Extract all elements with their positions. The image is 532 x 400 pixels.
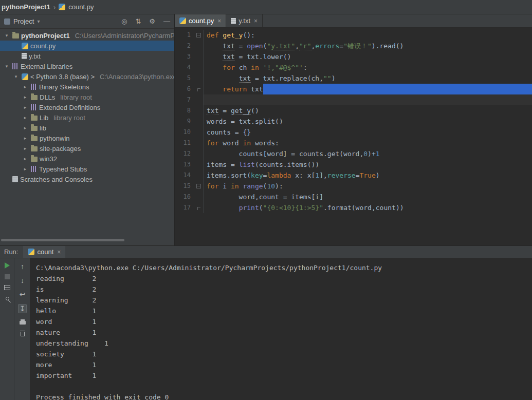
editor-line[interactable]: 9words = txt.split() — [175, 116, 532, 127]
editor-line[interactable]: 10counts = {} — [175, 127, 532, 138]
line-number[interactable]: 8 — [175, 105, 194, 116]
line-number[interactable]: 7 — [175, 94, 194, 105]
line-number[interactable]: 5 — [175, 73, 194, 84]
line-number[interactable]: 17 — [175, 202, 194, 213]
tree-item[interactable]: Scratches and Consoles — [0, 174, 174, 184]
code-line-content[interactable]: word,count = items[i] — [204, 192, 532, 202]
code-editor[interactable]: 1def get_y():2 txt = open("y.txt","r",er… — [175, 28, 532, 245]
scroll-to-end-icon[interactable]: ↧ — [18, 304, 27, 313]
line-number[interactable]: 2 — [175, 41, 194, 51]
code-line-content[interactable]: for word in words: — [204, 138, 532, 148]
print-icon[interactable] — [20, 321, 26, 325]
fold-marker[interactable] — [194, 84, 204, 94]
line-number[interactable]: 4 — [175, 62, 194, 73]
close-icon[interactable]: × — [217, 17, 221, 25]
line-number[interactable]: 15 — [175, 181, 194, 192]
line-number[interactable]: 14 — [175, 170, 194, 181]
editor-line[interactable]: 5 txt = txt.replace(ch,"") — [175, 73, 532, 84]
tree-item[interactable]: y.txt — [0, 51, 174, 61]
breadcrumb-file[interactable]: count.py — [68, 3, 94, 11]
code-line-content[interactable]: words = txt.split() — [204, 116, 532, 127]
fold-start-icon[interactable] — [196, 33, 201, 37]
chevron-collapsed-icon[interactable]: ▸ — [22, 146, 29, 151]
run-console[interactable]: C:\Anaconda3\python.exe C:/Users/Adminis… — [30, 258, 532, 400]
editor-line[interactable]: 17 print("{0:<10}{1:>5}".format(word,cou… — [175, 202, 532, 213]
fold-marker[interactable] — [194, 30, 204, 41]
line-number[interactable]: 10 — [175, 127, 194, 138]
rerun-icon[interactable] — [5, 262, 10, 269]
tree-item[interactable]: ▸site-packages — [0, 143, 174, 154]
tree-item[interactable]: ▾pythonProject1C:\Users\Administrator\Py… — [0, 30, 174, 41]
clear-console-icon[interactable] — [21, 332, 25, 336]
code-line-content[interactable]: txt = txt.lower() — [204, 51, 532, 62]
chevron-collapsed-icon[interactable]: ▸ — [22, 105, 29, 110]
horizontal-scrollbar[interactable] — [1, 239, 124, 241]
chevron-expanded-icon[interactable]: ▾ — [3, 33, 10, 38]
chevron-expanded-icon[interactable]: ▾ — [12, 74, 20, 79]
chevron-collapsed-icon[interactable]: ▸ — [22, 115, 29, 120]
code-line-content[interactable]: txt = txt.replace(ch,"") — [204, 73, 532, 84]
code-line-content[interactable]: counts[word] = counts.get(word,0)+1 — [204, 148, 532, 159]
chevron-collapsed-icon[interactable]: ▸ — [22, 84, 29, 89]
locate-icon[interactable]: ◎ — [121, 17, 127, 25]
editor-tab-y.txt[interactable]: y.txt× — [226, 14, 263, 27]
code-line-content[interactable]: for i in range(10): — [204, 181, 532, 192]
dropdown-arrow-icon[interactable]: ▾ — [37, 18, 40, 24]
gear-icon[interactable]: ⚙ — [149, 17, 155, 25]
hide-panel-icon[interactable]: — — [163, 17, 170, 25]
fold-end-icon[interactable] — [197, 88, 200, 91]
fold-marker[interactable] — [194, 202, 204, 213]
tree-item[interactable]: ▸Typeshed Stubs — [0, 164, 174, 174]
code-line-content[interactable]: items = list(counts.items()) — [204, 159, 532, 170]
editor-line[interactable]: 12 counts[word] = counts.get(word,0)+1 — [175, 148, 532, 159]
pin-tab-icon[interactable] — [6, 297, 9, 300]
chevron-expanded-icon[interactable]: ▾ — [3, 64, 10, 69]
tree-item[interactable]: ▸win32 — [0, 154, 174, 164]
code-line-content[interactable]: items.sort(key=lambda x: x[1],reverse=Tr… — [204, 170, 532, 181]
code-line-content[interactable]: for ch in '!,"#@$^"': — [204, 62, 532, 73]
chevron-collapsed-icon[interactable]: ▸ — [22, 136, 29, 141]
code-line-content[interactable]: return txt — [204, 84, 532, 94]
close-icon[interactable]: × — [254, 17, 258, 25]
line-number[interactable]: 12 — [175, 148, 194, 159]
line-number[interactable]: 9 — [175, 116, 194, 127]
editor-line[interactable]: 2 txt = open("y.txt","r",errors="错误！").r… — [175, 41, 532, 51]
code-line-content[interactable] — [204, 94, 532, 105]
soft-wrap-icon[interactable]: ↩ — [20, 290, 26, 298]
chevron-collapsed-icon[interactable]: ▸ — [22, 156, 29, 161]
project-dropdown[interactable]: Project — [13, 17, 34, 25]
chevron-collapsed-icon[interactable]: ▸ — [22, 166, 29, 172]
code-line-content[interactable]: txt = get_y() — [204, 105, 532, 116]
fold-end-icon[interactable] — [197, 207, 200, 210]
tree-item[interactable]: ▾External Libraries — [0, 61, 174, 71]
tree-item[interactable]: ▸Binary Skeletons — [0, 82, 174, 92]
chevron-collapsed-icon[interactable]: ▸ — [22, 125, 29, 130]
tree-item[interactable]: ▸pythonwin — [0, 133, 174, 143]
line-number[interactable]: 16 — [175, 192, 194, 202]
editor-line[interactable]: 14items.sort(key=lambda x: x[1],reverse=… — [175, 170, 532, 181]
editor-line[interactable]: 4 for ch in '!,"#@$^"': — [175, 62, 532, 73]
fold-marker[interactable] — [194, 181, 204, 192]
tree-item[interactable]: ▸Extended Definitions — [0, 102, 174, 112]
editor-line[interactable]: 8txt = get_y() — [175, 105, 532, 116]
editor-line[interactable]: 13items = list(counts.items()) — [175, 159, 532, 170]
editor-line[interactable]: 6 return txt — [175, 84, 532, 94]
editor-tab-count.py[interactable]: count.py× — [175, 14, 226, 27]
tree-item[interactable]: ▾< Python 3.8 (base) >C:\Anaconda3\pytho… — [0, 71, 174, 82]
editor-line[interactable]: 3 txt = txt.lower() — [175, 51, 532, 62]
line-number[interactable]: 1 — [175, 30, 194, 41]
editor-line[interactable]: 16 word,count = items[i] — [175, 192, 532, 202]
up-stack-trace-icon[interactable]: ↑ — [21, 262, 24, 271]
editor-line[interactable]: 15for i in range(10): — [175, 181, 532, 192]
collapse-all-icon[interactable]: ⇅ — [135, 17, 141, 25]
tree-item[interactable]: ▸DLLslibrary root — [0, 92, 174, 102]
tree-item[interactable]: ▸lib — [0, 123, 174, 133]
code-line-content[interactable]: counts = {} — [204, 127, 532, 138]
code-line-content[interactable]: def get_y(): — [204, 30, 532, 41]
stop-icon[interactable] — [5, 274, 10, 279]
code-line-content[interactable]: print("{0:<10}{1:>5}".format(word,count)… — [204, 202, 532, 213]
line-number[interactable]: 3 — [175, 51, 194, 62]
line-number[interactable]: 11 — [175, 138, 194, 148]
editor-line[interactable]: 7 — [175, 94, 532, 105]
editor-line[interactable]: 11for word in words: — [175, 138, 532, 148]
